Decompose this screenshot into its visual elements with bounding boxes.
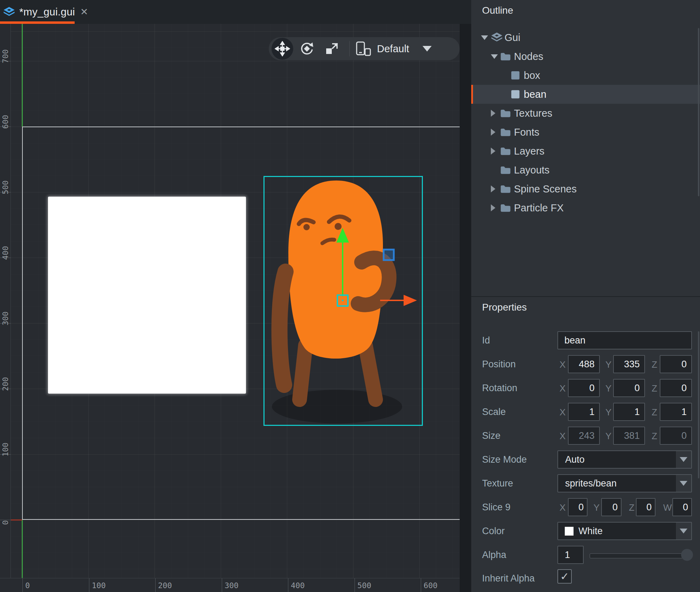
tree-item-layouts[interactable]: Layouts	[471, 161, 700, 179]
alpha-field[interactable]	[557, 546, 584, 564]
rotation-x-field[interactable]	[568, 379, 600, 397]
gizmo-x-arrowhead[interactable]	[404, 295, 417, 306]
tree-item-gui[interactable]: Gui	[471, 28, 700, 47]
tree-item-particle-fx[interactable]: Particle FX	[471, 198, 700, 217]
folder-icon	[500, 128, 511, 137]
pivot-handle[interactable]	[384, 250, 394, 260]
scale-tool-button[interactable]	[321, 38, 342, 60]
texture-value: sprites/bean	[565, 478, 617, 489]
size-y-field[interactable]	[613, 427, 645, 445]
close-icon[interactable]: ✕	[80, 7, 88, 17]
texture-dropdown[interactable]: sprites/bean	[557, 474, 692, 492]
chevron-right-icon[interactable]	[491, 148, 495, 155]
size-x-field[interactable]	[568, 427, 600, 445]
axis-label-z: Z	[652, 407, 657, 418]
property-label: Color	[482, 526, 505, 537]
box-node[interactable]	[48, 197, 246, 394]
scale-x-field[interactable]	[568, 403, 600, 421]
position-y-field[interactable]	[613, 355, 645, 373]
property-row-inherit-alpha: Inherit Alpha ✓	[471, 567, 700, 586]
color-dropdown[interactable]: White	[557, 522, 692, 540]
folder-icon	[500, 185, 511, 193]
tree-item-fonts[interactable]: Fonts	[471, 123, 700, 142]
id-field[interactable]	[557, 331, 692, 349]
toolbar-divider	[349, 41, 350, 56]
tree-item-spine-scenes[interactable]: Spine Scenes	[471, 179, 700, 198]
move-tool-button[interactable]	[272, 38, 293, 60]
size-mode-dropdown[interactable]: Auto	[557, 450, 692, 469]
folder-icon	[500, 204, 511, 212]
position-z-field[interactable]	[660, 355, 692, 373]
scene-canvas[interactable]: 700 600 500 400 300 200 100 0 0 100 200 …	[0, 24, 460, 592]
property-label: Position	[482, 359, 516, 370]
tree-item-layers[interactable]: Layers	[471, 142, 700, 161]
chevron-down-icon[interactable]	[481, 35, 488, 40]
property-row-color: Color White	[471, 522, 700, 540]
rotate-tool-button[interactable]	[296, 38, 318, 60]
size-z-field[interactable]	[660, 427, 692, 445]
box-node-icon	[510, 70, 520, 80]
property-row-size: Size X Y Z	[471, 427, 700, 445]
y-axis-line-lower	[22, 520, 23, 578]
axis-label-z: Z	[629, 502, 634, 513]
tab-my-gui[interactable]: *my_gui.gui ✕	[0, 0, 96, 24]
inherit-alpha-checkbox[interactable]: ✓	[557, 569, 572, 584]
ruler-label: 100	[1, 432, 10, 457]
axis-label-w: W	[663, 502, 672, 513]
color-swatch	[565, 527, 574, 536]
scale-z-field[interactable]	[660, 403, 692, 421]
canvas-toolbar: Default	[269, 37, 460, 60]
chevron-down-icon[interactable]	[491, 54, 498, 59]
alpha-slider-knob[interactable]	[681, 549, 693, 561]
chevron-down-icon	[680, 481, 687, 486]
ruler-label: 200	[1, 367, 10, 391]
axis-label-x: X	[560, 359, 565, 370]
gui-file-icon	[3, 6, 15, 18]
folder-icon	[500, 147, 511, 156]
axis-label-x: X	[560, 431, 565, 442]
alpha-slider-track[interactable]	[590, 553, 692, 558]
axis-label-y: Y	[605, 407, 611, 418]
outline-title: Outline	[482, 5, 513, 16]
slice9-z-field[interactable]	[636, 498, 656, 516]
ruler-bottom: 0 100 200 300 400 500 600	[0, 578, 460, 592]
chevron-down-icon	[680, 457, 687, 462]
tree-item-bean[interactable]: bean	[471, 85, 700, 104]
position-x-field[interactable]	[568, 355, 600, 373]
ruler-label: 400	[291, 581, 305, 590]
chevron-right-icon[interactable]	[491, 204, 495, 211]
slice9-y-field[interactable]	[601, 498, 622, 516]
axis-label-z: Z	[652, 359, 657, 370]
ruler-label: 500	[357, 581, 371, 590]
tab-title: *my_gui.gui	[19, 6, 75, 18]
tree-item-label: Gui	[505, 32, 520, 43]
scale-y-field[interactable]	[613, 403, 645, 421]
tree-item-label: Layers	[514, 145, 544, 157]
rotation-y-field[interactable]	[613, 379, 645, 397]
rotation-z-field[interactable]	[660, 379, 692, 397]
display-profile-dropdown[interactable]: Default	[355, 41, 432, 56]
property-label: Id	[482, 335, 490, 346]
gizmo-y-arrowhead[interactable]	[336, 228, 349, 243]
axis-label-y: Y	[605, 359, 611, 370]
check-icon: ✓	[560, 570, 569, 583]
tree-item-textures[interactable]: Textures	[471, 104, 700, 123]
tree-item-nodes[interactable]: Nodes	[471, 47, 700, 66]
properties-scrollbar[interactable]	[698, 331, 699, 478]
active-tab-indicator	[0, 21, 75, 24]
folder-icon	[500, 166, 511, 175]
move-gizmo	[259, 175, 427, 465]
outline-scrollbar[interactable]	[698, 28, 699, 196]
move-icon	[275, 41, 290, 56]
slice9-w-field[interactable]	[672, 498, 692, 516]
panel-splitter[interactable]	[471, 296, 700, 297]
chevron-right-icon[interactable]	[491, 185, 495, 192]
ruler-left: 700 600 500 400 300 200 100 0	[0, 24, 11, 578]
tree-item-label: bean	[524, 89, 547, 100]
slice9-x-field[interactable]	[568, 498, 588, 516]
properties-title: Properties	[482, 302, 527, 313]
chevron-right-icon[interactable]	[491, 129, 495, 136]
tree-item-box[interactable]: box	[471, 66, 700, 85]
ruler-label: 200	[158, 581, 172, 590]
chevron-right-icon[interactable]	[491, 110, 495, 117]
